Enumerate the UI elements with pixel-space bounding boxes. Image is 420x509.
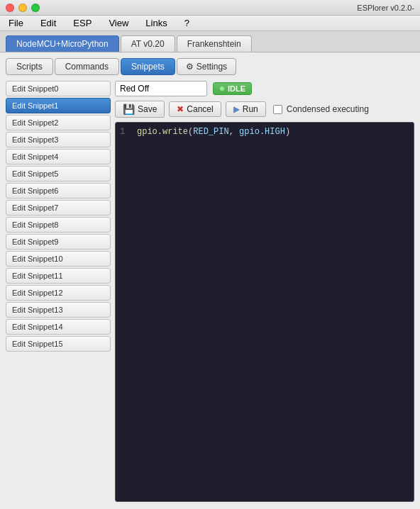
subtabbar: Scripts Commands Snippets ⚙ Settings xyxy=(6,58,414,75)
gear-icon: ⚙ xyxy=(186,62,194,72)
menu-help[interactable]: ? xyxy=(180,16,194,30)
snippet-btn-14[interactable]: Edit Snippet14 xyxy=(6,319,111,335)
menu-file[interactable]: File xyxy=(4,16,28,30)
run-button[interactable]: ▶ Run xyxy=(226,101,266,117)
snippet-btn-11[interactable]: Edit Snippet11 xyxy=(6,268,111,284)
snippet-btn-13[interactable]: Edit Snippet13 xyxy=(6,302,111,318)
action-bar: 💾 Save ✖ Cancel ▶ Run Condensed executin… xyxy=(115,101,414,118)
tab-settings[interactable]: ⚙ Settings xyxy=(177,58,236,75)
save-icon: 💾 xyxy=(123,104,135,115)
condensed-executing-label: Condensed executing xyxy=(273,104,369,114)
line-number: 1 xyxy=(120,127,130,137)
save-button[interactable]: 💾 Save xyxy=(115,101,165,118)
titlebar: ESPlorer v0.2.0- xyxy=(0,0,420,16)
code-editor[interactable]: 1 gpio.write(RED_PIN, gpio.HIGH) xyxy=(115,122,414,502)
main-content: Scripts Commands Snippets ⚙ Settings Edi… xyxy=(0,52,420,508)
snippet-btn-3[interactable]: Edit Snippet3 xyxy=(6,132,111,147)
tab-at[interactable]: AT v0.20 xyxy=(121,35,175,52)
close-button[interactable] xyxy=(6,4,14,12)
code-text: gpio.write(RED_PIN, gpio.HIGH) xyxy=(137,127,290,137)
tab-commands[interactable]: Commands xyxy=(55,58,119,75)
app-title: ESPlorer v0.2.0- xyxy=(357,4,414,12)
menu-edit[interactable]: Edit xyxy=(36,16,60,30)
snippet-btn-9[interactable]: Edit Snippet9 xyxy=(6,234,111,250)
main-tabbar: NodeMCU+MicroPython AT v0.20 Frankenshte… xyxy=(0,31,420,52)
snippet-btn-2[interactable]: Edit Snippet2 xyxy=(6,115,111,130)
condensed-checkbox[interactable] xyxy=(273,105,282,114)
menu-view[interactable]: View xyxy=(104,16,133,30)
snippet-btn-8[interactable]: Edit Snippet8 xyxy=(6,217,111,233)
snippet-btn-5[interactable]: Edit Snippet5 xyxy=(6,166,111,181)
content-area: Edit Snippet0 Edit Snippet1 Edit Snippet… xyxy=(6,81,414,502)
snippet-btn-4[interactable]: Edit Snippet4 xyxy=(6,149,111,164)
tab-franken[interactable]: Frankenshtein xyxy=(177,35,252,52)
status-badge: IDLE xyxy=(213,82,252,95)
snippet-name-input[interactable] xyxy=(115,81,207,96)
snippet-editor-panel: IDLE 💾 Save ✖ Cancel ▶ Run xyxy=(115,81,414,502)
tab-snippets[interactable]: Snippets xyxy=(121,58,175,75)
snippet-btn-1[interactable]: Edit Snippet1 xyxy=(6,98,111,113)
settings-label: Settings xyxy=(197,62,227,72)
snippet-btn-0[interactable]: Edit Snippet0 xyxy=(6,81,111,96)
cancel-button[interactable]: ✖ Cancel xyxy=(169,101,221,117)
window-controls[interactable] xyxy=(6,4,40,12)
run-icon: ▶ xyxy=(233,104,240,114)
code-line-1: 1 gpio.write(RED_PIN, gpio.HIGH) xyxy=(120,127,409,137)
status-dot-icon xyxy=(219,86,225,91)
snippet-btn-12[interactable]: Edit Snippet12 xyxy=(6,285,111,301)
name-status-bar: IDLE xyxy=(115,81,414,96)
menubar: File Edit ESP View Links ? xyxy=(0,16,420,31)
cancel-icon: ✖ xyxy=(177,104,184,114)
minimize-button[interactable] xyxy=(18,4,27,12)
menu-links[interactable]: Links xyxy=(141,16,171,30)
maximize-button[interactable] xyxy=(31,4,40,12)
status-label: IDLE xyxy=(228,84,245,93)
snippet-btn-15[interactable]: Edit Snippet15 xyxy=(6,336,111,352)
tab-nodemcu[interactable]: NodeMCU+MicroPython xyxy=(6,35,119,52)
snippet-btn-10[interactable]: Edit Snippet10 xyxy=(6,251,111,267)
menu-esp[interactable]: ESP xyxy=(69,16,96,30)
snippets-sidebar: Edit Snippet0 Edit Snippet1 Edit Snippet… xyxy=(6,81,111,502)
snippet-btn-6[interactable]: Edit Snippet6 xyxy=(6,183,111,198)
tab-scripts[interactable]: Scripts xyxy=(6,58,53,75)
snippet-btn-7[interactable]: Edit Snippet7 xyxy=(6,200,111,216)
